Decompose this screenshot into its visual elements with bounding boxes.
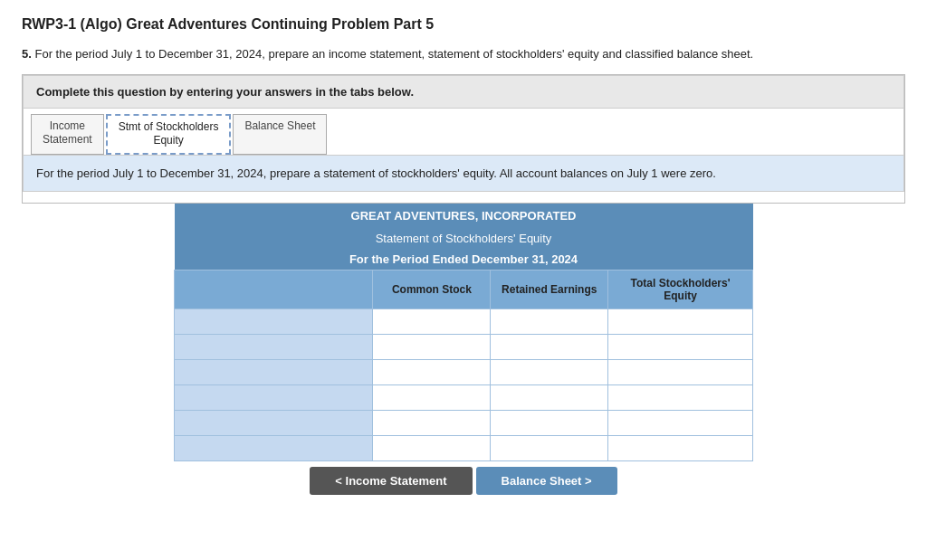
col-header-common-stock: Common Stock	[373, 271, 491, 309]
row4-common-stock[interactable]	[373, 385, 491, 411]
row6-retained-earnings[interactable]	[491, 436, 608, 461]
row3-common-stock[interactable]	[373, 360, 491, 385]
row2-retained-earnings[interactable]	[491, 335, 608, 360]
row1-label[interactable]	[175, 309, 373, 335]
tab-stmt-label2: Equity	[119, 134, 219, 148]
tab-stmt-label1: Stmt of Stockholders	[119, 120, 219, 135]
row1-common-stock[interactable]	[373, 309, 491, 335]
tab-balance-sheet[interactable]: Balance Sheet	[233, 114, 327, 155]
statement-table: GREAT ADVENTURES, INCORPORATED Statement…	[174, 204, 753, 461]
row1-total-equity[interactable]	[608, 309, 753, 335]
row3-retained-earnings[interactable]	[491, 360, 608, 385]
next-button[interactable]: Balance Sheet >	[476, 467, 617, 495]
statement-table-wrapper: GREAT ADVENTURES, INCORPORATED Statement…	[22, 204, 905, 495]
period-row: For the Period Ended December 31, 2024	[175, 249, 753, 271]
tabs-row: Income Statement Stmt of Stockholders Eq…	[23, 109, 904, 156]
row6-total-equity[interactable]	[608, 436, 753, 461]
tab-income-label2: Statement	[43, 133, 92, 147]
period-text: For the Period Ended December 31, 2024	[175, 249, 753, 271]
prev-button[interactable]: < Income Statement	[310, 467, 472, 495]
row5-retained-earnings[interactable]	[491, 411, 608, 436]
tab-stmt-equity[interactable]: Stmt of Stockholders Equity	[106, 114, 232, 155]
row6-label[interactable]	[175, 436, 373, 461]
row5-common-stock[interactable]	[373, 411, 491, 436]
row3-total-equity[interactable]	[608, 360, 753, 385]
instruction-box: Complete this question by entering your …	[23, 75, 904, 109]
statement-title-row: Statement of Stockholders' Equity	[175, 228, 753, 249]
row3-label[interactable]	[175, 360, 373, 385]
table-row	[175, 360, 753, 385]
row4-label[interactable]	[175, 385, 373, 411]
col-header-label	[175, 271, 373, 309]
row4-total-equity[interactable]	[608, 385, 753, 411]
col-header-row: Common Stock Retained Earnings Total Sto…	[175, 271, 753, 309]
tab-income-statement[interactable]: Income Statement	[31, 114, 104, 155]
col-header-retained-earnings: Retained Earnings	[491, 271, 608, 309]
tab-balance-label1: Balance Sheet	[244, 119, 315, 134]
page-title: RWP3-1 (Algo) Great Adventures Continuin…	[22, 16, 905, 33]
statement-title: Statement of Stockholders' Equity	[175, 228, 753, 249]
row6-common-stock[interactable]	[373, 436, 491, 461]
table-row	[175, 335, 753, 360]
table-row	[175, 309, 753, 335]
table-row	[175, 411, 753, 436]
row4-retained-earnings[interactable]	[491, 385, 608, 411]
nav-buttons: < Income Statement Balance Sheet >	[310, 467, 616, 495]
problem-text: 5. For the period July 1 to December 31,…	[22, 45, 905, 63]
row2-total-equity[interactable]	[608, 335, 753, 360]
row5-total-equity[interactable]	[608, 411, 753, 436]
table-row	[175, 436, 753, 461]
row2-common-stock[interactable]	[373, 335, 491, 360]
context-box: For the period July 1 to December 31, 20…	[23, 156, 904, 193]
tab-income-label: Income	[43, 119, 92, 134]
row2-label[interactable]	[175, 335, 373, 360]
row5-label[interactable]	[175, 411, 373, 436]
row1-retained-earnings[interactable]	[491, 309, 608, 335]
table-row	[175, 385, 753, 411]
company-name: GREAT ADVENTURES, INCORPORATED	[175, 204, 753, 228]
col-header-total-equity: Total Stockholders' Equity	[608, 271, 753, 309]
company-name-row: GREAT ADVENTURES, INCORPORATED	[175, 204, 753, 228]
